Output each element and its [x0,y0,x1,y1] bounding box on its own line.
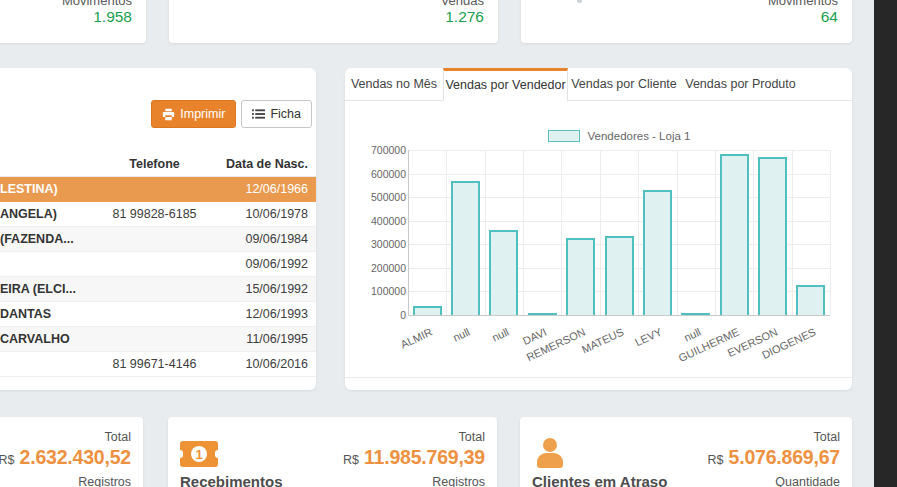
metric-total: R$ 11.985.769,39 [343,446,485,469]
column-header-phone: Telefone [97,157,212,171]
tab-vendas-por-produto[interactable]: Vendas por Produto [680,68,801,100]
cell-phone: 81 99828-6185 [97,207,212,221]
printer-icon [162,108,175,121]
dashboard-screen: Movimentos 1.958 Vendas 1.276 Movimentos… [0,0,897,487]
metric-card-1: Total R$ 2.632.430,52 Registros [0,417,143,487]
print-button[interactable]: Imprimir [151,100,236,128]
bar-mateus [605,236,634,315]
tab-vendas-no-mês[interactable]: Vendas no Mês [345,68,443,100]
table-row[interactable]: 09/06/1992 [0,252,316,277]
bar-null [451,181,480,315]
cell-name: LESTINA) [0,182,97,196]
metric-total-value: 2.632.430,52 [20,446,131,469]
gridline-v [485,150,486,315]
bar-davi [528,313,557,315]
cell-birthdate: 10/06/2016 [212,357,308,371]
stat-value: 1.958 [93,8,132,26]
ficha-button[interactable]: Ficha [241,100,312,128]
ficha-button-label: Ficha [270,107,301,121]
x-tick-label: null [682,326,703,344]
table-row[interactable]: DANTAS12/06/1993 [0,302,316,327]
table-row[interactable]: (FAZENDA...09/06/1984 [0,227,316,252]
cell-name: DANTAS [0,307,97,321]
x-tick-label: LEVY [633,326,664,349]
cell-birthdate: 09/06/1992 [212,257,308,271]
gridline-h [408,150,830,151]
cell-birthdate: 15/06/1992 [212,282,308,296]
y-tick-label: 100000 [346,285,406,297]
legend-label: Vendedores - Loja 1 [588,130,691,142]
cell-birthdate: 10/06/1978 [212,207,308,221]
gridline-v [561,150,562,315]
y-axis-line [408,150,409,315]
sales-tabbar: Vendas no MêsVendas por VendedorVendas p… [345,68,852,101]
stat-label: Movimentos [62,0,132,8]
stat-value: 64 [821,8,838,26]
metric-total: R$ 5.076.869,67 [708,446,840,469]
stat-card-movimentos-1: Movimentos 1.958 [0,0,146,43]
sales-panel: Vendas no MêsVendas por VendedorVendas p… [345,68,852,390]
table-row[interactable]: EIRA (ELCI...15/06/1992 [0,277,316,302]
column-header-birthdate: Data de Nasc. [212,157,308,171]
bar-null [489,230,518,315]
y-tick-label: 700000 [346,144,406,156]
bar-guilherme [720,154,749,315]
metric-card-title: Clientes em Atraso [532,473,667,487]
bar-almir [413,306,442,315]
metric-total-label: Total [814,430,840,444]
cell-name: ANGELA) [0,207,97,221]
stat-card-vendas: Vendas 1.276 [169,0,498,43]
x-tick-label: null [490,326,511,344]
x-tick-label: ALMIR [398,326,434,351]
table-row[interactable]: CARVALHO11/06/1995 [0,327,316,352]
list-icon [252,108,265,120]
gridline-v [830,150,831,315]
table-row[interactable]: LESTINA)12/06/1966 [0,177,316,202]
person-icon [536,438,564,470]
y-tick-label: 200000 [346,262,406,274]
metric-total-value: 11.985.769,39 [364,446,485,469]
stat-value: 1.276 [445,8,484,26]
bar-levy [643,190,672,315]
cell-phone: 81 99671-4146 [97,357,212,371]
birthdays-toolbar: Imprimir Ficha [151,100,312,128]
x-tick-label: null [451,326,472,344]
metric-count-label: Quantidade [775,475,840,487]
metric-total-label: Total [459,430,485,444]
gridline-v [753,150,754,315]
cell-birthdate: 09/06/1984 [212,232,308,246]
right-dark-rail [874,0,897,487]
bar-null [681,313,710,315]
metric-total-value: 5.076.869,67 [729,446,840,469]
gridline-v [638,150,639,315]
cell-name: EIRA (ELCI... [0,282,97,296]
x-tick-label: MATEUS [580,326,626,356]
gridline-v [792,150,793,315]
gridline-v [677,150,678,315]
tab-vendas-por-vendedor[interactable]: Vendas por Vendedor [443,68,568,101]
cell-name: (FAZENDA... [0,232,97,246]
y-tick-label: 0 [346,309,406,321]
metric-count-label: Registros [78,475,131,487]
money-bill-icon: 1 [180,441,218,471]
y-tick-label: 600000 [346,168,406,180]
cell-birthdate: 12/06/1966 [212,182,308,196]
currency-prefix: R$ [0,453,15,467]
metric-card-title: Recebimentos [180,473,283,487]
y-tick-label: 500000 [346,191,406,203]
cell-name: CARVALHO [0,332,97,346]
bar-diogenes [796,285,825,315]
gridline-v [523,150,524,315]
panel-divider [345,377,852,378]
metric-count-label: Registros [432,475,485,487]
table-row[interactable]: 81 99671-414610/06/2016 [0,352,316,377]
partial-icon-fragment [577,0,582,3]
print-button-label: Imprimir [180,107,225,121]
stat-label: Vendas [441,0,484,8]
y-tick-label: 300000 [346,238,406,250]
tab-vendas-por-cliente[interactable]: Vendas por Cliente [568,68,680,100]
gridline-v [600,150,601,315]
gridline-v [715,150,716,315]
table-row[interactable]: ANGELA)81 99828-618510/06/1978 [0,202,316,227]
sales-chart: Vendedores - Loja 1 70000060000050000040… [345,100,852,390]
